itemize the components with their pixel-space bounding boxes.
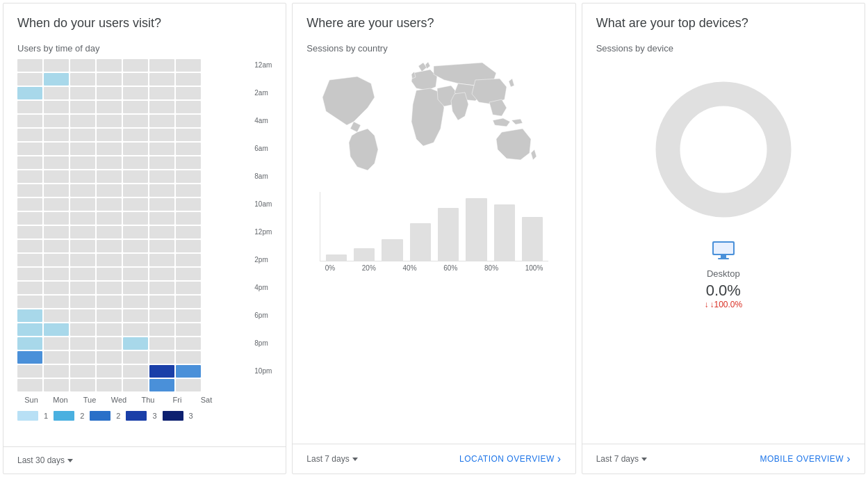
bar-item — [382, 239, 402, 261]
legend-bar-5 — [163, 411, 183, 421]
heatmap-cell — [149, 73, 174, 86]
location-period-selector[interactable]: Last 7 days — [306, 454, 357, 464]
day-label: Sun — [17, 396, 45, 404]
heatmap-cell — [97, 87, 122, 99]
map-container: 0%20%40%60%80%100% — [306, 59, 561, 453]
heatmap-cell — [97, 365, 122, 378]
heatmap-cell — [97, 296, 122, 308]
bar-chart-area: 0%20%40%60%80%100% — [320, 192, 549, 272]
heatmap-cell — [70, 115, 95, 127]
heatmap-cell — [70, 129, 95, 141]
heatmap-cell — [44, 226, 69, 239]
heatmap-cell — [176, 73, 201, 86]
heatmap-cell — [149, 212, 174, 225]
heatmap-cell — [17, 156, 42, 169]
heatmap-cell — [44, 115, 69, 127]
heatmap-cell — [176, 240, 201, 252]
heatmap-cell — [149, 268, 174, 280]
heatmap-cell — [44, 282, 69, 294]
heatmap-cell — [97, 198, 122, 211]
heatmap-cell — [44, 254, 69, 266]
heatmap-cell — [17, 337, 42, 350]
time-period-label: Last 30 days — [17, 455, 65, 465]
heatmap-cell — [44, 129, 69, 141]
panel-time-footer: Last 30 days — [3, 446, 286, 474]
svg-rect-3 — [718, 258, 729, 259]
heatmap-cell — [70, 156, 95, 169]
panel-location: Where are your users? Sessions by countr… — [292, 3, 575, 474]
heatmap-cell — [44, 198, 69, 211]
heatmap-cell — [17, 212, 42, 225]
panel-devices-footer: Last 7 days MOBILE OVERVIEW › — [582, 444, 865, 474]
heatmap-cell — [123, 309, 148, 322]
heatmap-cell — [17, 240, 42, 252]
heatmap-cell — [176, 365, 201, 378]
heatmap-cell — [123, 198, 148, 211]
heatmap-cell — [123, 296, 148, 308]
heatmap-cell — [149, 365, 174, 378]
time-label: 10pm — [254, 365, 272, 378]
legend-bar-1 — [17, 411, 38, 421]
heatmap-cell — [17, 170, 42, 183]
heatmap-cell — [70, 379, 95, 391]
heatmap-cell — [123, 226, 148, 239]
day-labels: SunMonTueWedThuFriSat — [17, 396, 272, 404]
panel-devices: What are your top devices? Sessions by d… — [582, 3, 865, 474]
heatmap-cell — [44, 323, 69, 336]
heatmap-cell — [176, 184, 201, 197]
heatmap-cell — [149, 156, 174, 169]
time-label — [254, 240, 272, 252]
heatmap-cell — [123, 365, 148, 378]
heatmap-cell — [176, 323, 201, 336]
donut-section: Desktop 0.0% ↓ ↓100.0% — [596, 59, 851, 309]
bar-axis-label: 100% — [525, 264, 543, 272]
legend-bar-4 — [126, 411, 147, 421]
heatmap-cell — [123, 115, 148, 127]
heatmap-cell — [176, 101, 201, 113]
heatmap-cell — [17, 379, 42, 391]
bar-item — [438, 208, 459, 261]
heatmap-cell — [97, 129, 122, 141]
heatmap-cell — [123, 282, 148, 294]
time-label: 2pm — [254, 254, 272, 266]
donut-chart — [647, 73, 800, 226]
device-change: ↓ ↓100.0% — [704, 300, 742, 309]
heatmap-cell — [176, 351, 201, 364]
bar-item — [326, 254, 347, 261]
mobile-overview-link[interactable]: MOBILE OVERVIEW › — [760, 453, 851, 465]
heatmap-cell — [17, 296, 42, 308]
heatmap-cell — [70, 170, 95, 183]
devices-section-title: Sessions by device — [596, 43, 851, 54]
heatmap-cell — [70, 73, 95, 86]
heatmap-cell — [44, 240, 69, 252]
heatmap-cell — [44, 379, 69, 391]
heatmap-cell — [176, 309, 201, 322]
time-label: 8pm — [254, 337, 272, 350]
day-label: Wed — [105, 396, 133, 404]
time-labels: 12am2am4am6am8am10am12pm2pm4pm6pm8pm10pm — [250, 59, 272, 391]
world-map — [309, 59, 559, 186]
legend-num-3: 2 — [116, 412, 120, 420]
location-overview-link[interactable]: LOCATION OVERVIEW › — [459, 453, 562, 465]
bar-item — [410, 223, 431, 261]
bar-axis-label: 40% — [403, 264, 417, 272]
heatmap-cell — [149, 170, 174, 183]
heatmap-cell — [17, 254, 42, 266]
heatmap-cell — [70, 254, 95, 266]
heatmap-cell — [176, 115, 201, 127]
time-label: 8am — [254, 170, 272, 183]
heatmap-cell — [123, 240, 148, 252]
heatmap-cell — [44, 296, 69, 308]
devices-period-selector[interactable]: Last 7 days — [596, 454, 647, 464]
heatmap-cell — [123, 184, 148, 197]
time-period-selector[interactable]: Last 30 days — [17, 455, 73, 465]
heatmap-cell — [176, 268, 201, 280]
heatmap-cell — [17, 282, 42, 294]
legend-bar-2 — [54, 411, 74, 421]
panel-devices-header: What are your top devices? — [582, 3, 865, 36]
heatmap-cell — [149, 240, 174, 252]
chevron-right-icon: › — [557, 453, 562, 465]
heatmap-cell — [123, 323, 148, 336]
heatmap-cell — [149, 379, 174, 391]
heatmap-cell — [176, 170, 201, 183]
